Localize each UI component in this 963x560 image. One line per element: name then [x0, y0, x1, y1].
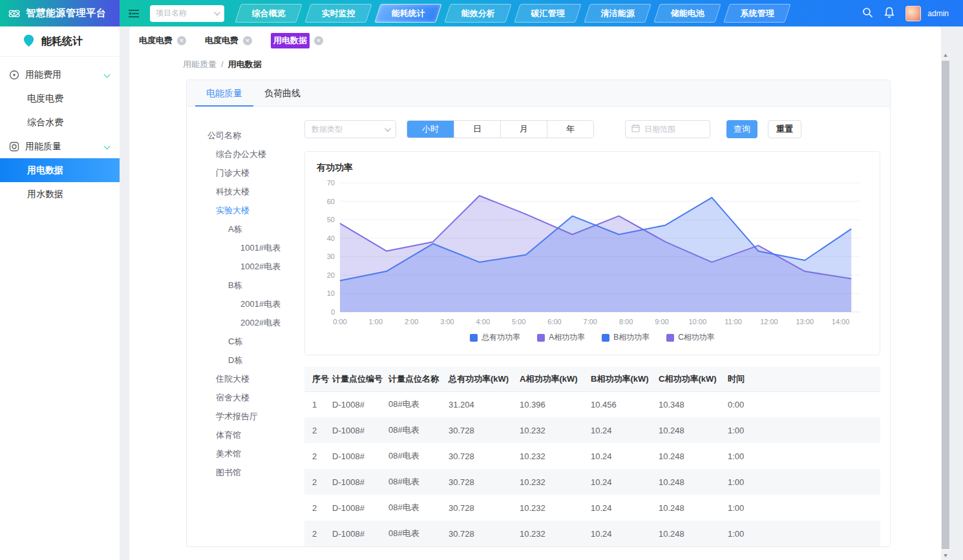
chevron-down-icon [104, 72, 111, 78]
tab-power-quality[interactable]: 电能质量 [195, 80, 253, 106]
search-icon[interactable] [862, 7, 873, 20]
breadcrumb-parent: 用能质量 [183, 59, 217, 69]
scrollbar-thumb[interactable] [942, 61, 949, 549]
tree-node-2[interactable]: 综合办公大楼 [207, 145, 304, 163]
tree-node-19[interactable]: 图书馆 [207, 463, 304, 482]
legend-item-1[interactable]: 总有功功率 [470, 332, 520, 343]
collapse-menu-icon[interactable] [128, 9, 140, 18]
tree-node-1[interactable]: 公司名称 [207, 126, 304, 145]
vertical-scrollbar[interactable] [941, 50, 950, 560]
table-cell: 30.728 [449, 417, 520, 443]
tree-node-8[interactable]: 1002#电表 [207, 257, 304, 276]
period-button-2[interactable]: 日 [454, 121, 500, 138]
nav-tab-label: 储能电池 [671, 8, 704, 19]
tree-node-14[interactable]: 住院大楼 [207, 369, 304, 388]
tree-node-3[interactable]: 门诊大楼 [207, 163, 304, 182]
sidebar-item-3[interactable]: 综合水费 [0, 110, 120, 134]
nav-tab-7[interactable]: 储能电池 [653, 4, 721, 23]
table-cell: D-1008# [332, 495, 388, 521]
tree-node-12[interactable]: C栋 [207, 332, 304, 351]
svg-text:2:00: 2:00 [405, 318, 418, 326]
sidebar-item-1[interactable]: 用能费用 [0, 63, 120, 87]
legend-item-2[interactable]: A相功功率 [537, 332, 585, 343]
period-button-4[interactable]: 年 [547, 121, 593, 138]
close-icon[interactable]: ✕ [243, 36, 252, 45]
table-cell: 08#电表 [388, 391, 449, 417]
tree-node-11[interactable]: 2002#电表 [207, 313, 304, 332]
tree-node-18[interactable]: 美术馆 [207, 444, 304, 463]
tree-node-13[interactable]: D栋 [207, 351, 304, 369]
close-icon[interactable]: ✕ [177, 36, 186, 45]
legend-item-3[interactable]: B相功功率 [602, 332, 650, 343]
scroll-up-arrow[interactable] [941, 50, 950, 59]
opened-tab-label: 电度电费 [205, 35, 238, 47]
pin-icon [23, 34, 34, 49]
sidebar-item-label: 用水数据 [27, 189, 63, 200]
table-cell: 10.24 [591, 495, 659, 521]
tree-node-5[interactable]: 实验大楼 [207, 201, 304, 220]
avatar[interactable] [905, 6, 921, 21]
sidebar-item-5[interactable]: 用电数据 [0, 158, 120, 182]
sidebar-item-6[interactable]: 用水数据 [0, 182, 120, 206]
table-cell: 08#电表 [388, 495, 449, 521]
tree-node-7[interactable]: 1001#电表 [207, 238, 304, 257]
nav-tab-8[interactable]: 系统管理 [723, 4, 790, 23]
table-cell: 30.728 [449, 443, 520, 469]
data-type-select[interactable]: 数据类型 [304, 120, 396, 138]
table-cell: 0:00 [728, 391, 880, 417]
tree-node-4[interactable]: 科技大楼 [207, 182, 304, 201]
period-button-group: 小时日月年 [407, 120, 594, 138]
tree-node-9[interactable]: B栋 [207, 276, 304, 295]
table-cell: D-1008# [332, 521, 388, 546]
opened-tab-2[interactable]: 电度电费✕ [205, 35, 252, 47]
data-type-placeholder: 数据类型 [312, 124, 343, 135]
period-button-1[interactable]: 小时 [407, 121, 454, 138]
project-select[interactable]: 项目名称 [150, 5, 224, 22]
nav-tab-5[interactable]: 碳汇管理 [514, 4, 581, 23]
table-cell: D-1008# [332, 443, 388, 469]
sidebar-item-4[interactable]: 用能质量 [0, 134, 120, 158]
close-icon[interactable]: ✕ [314, 36, 323, 45]
legend-label: B相功功率 [613, 332, 650, 343]
card-content: 数据类型 小时日月年 日期范围 查询 重置 有功功率 0102030405060… [304, 107, 890, 546]
table-header-cell: 序号 [304, 367, 332, 391]
opened-tab-label: 用电数据 [271, 33, 310, 48]
svg-text:7:00: 7:00 [584, 318, 597, 326]
nav-tab-2[interactable]: 实时监控 [304, 4, 372, 23]
date-range-input[interactable]: 日期范围 [625, 120, 710, 138]
atom-logo-icon [8, 7, 21, 20]
svg-text:0:00: 0:00 [333, 318, 346, 326]
scroll-down-arrow[interactable] [941, 551, 950, 560]
app-title: 智慧能源管理平台 [26, 7, 106, 19]
sidebar-item-2[interactable]: 电度电费 [0, 87, 120, 110]
period-button-3[interactable]: 月 [500, 121, 547, 138]
sidebar: 能耗统计 用能费用电度电费综合水费用能质量用电数据用水数据 [0, 26, 120, 560]
reset-button[interactable]: 重置 [768, 120, 801, 138]
nav-tab-label: 系统管理 [741, 8, 774, 19]
opened-tab-1[interactable]: 电度电费✕ [139, 35, 186, 47]
table-cell: 1:00 [728, 469, 880, 495]
opened-tab-3[interactable]: 用电数据✕ [271, 33, 323, 48]
tree-node-16[interactable]: 学术报告厅 [207, 407, 304, 426]
legend-item-4[interactable]: C相功功率 [666, 332, 715, 343]
tree-node-6[interactable]: A栋 [207, 220, 304, 238]
legend-label: 总有功功率 [482, 332, 520, 343]
tree-node-10[interactable]: 2001#电表 [207, 295, 304, 313]
tab-load-curve[interactable]: 负荷曲线 [253, 80, 312, 106]
nav-tab-1[interactable]: 综合概览 [235, 4, 302, 23]
tree-node-17[interactable]: 体育馆 [207, 426, 304, 444]
query-button[interactable]: 查询 [726, 120, 757, 138]
nav-tab-4[interactable]: 能效分析 [444, 4, 511, 23]
tree-node-15[interactable]: 宿舍大楼 [207, 388, 304, 407]
filter-bar: 数据类型 小时日月年 日期范围 查询 重置 [304, 120, 880, 138]
table-cell: 2 [304, 443, 332, 469]
bell-icon[interactable] [884, 6, 894, 20]
table-cell: 1:00 [728, 521, 880, 546]
table-cell: 10.248 [659, 443, 728, 469]
nav-tab-6[interactable]: 清洁能源 [584, 4, 651, 23]
nav-tab-3[interactable]: 能耗统计 [374, 4, 441, 23]
legend-swatch [666, 334, 674, 342]
table-cell: 10.232 [520, 521, 591, 546]
sidebar-header: 能耗统计 [0, 26, 120, 57]
nav-tab-label: 综合概览 [252, 8, 286, 19]
